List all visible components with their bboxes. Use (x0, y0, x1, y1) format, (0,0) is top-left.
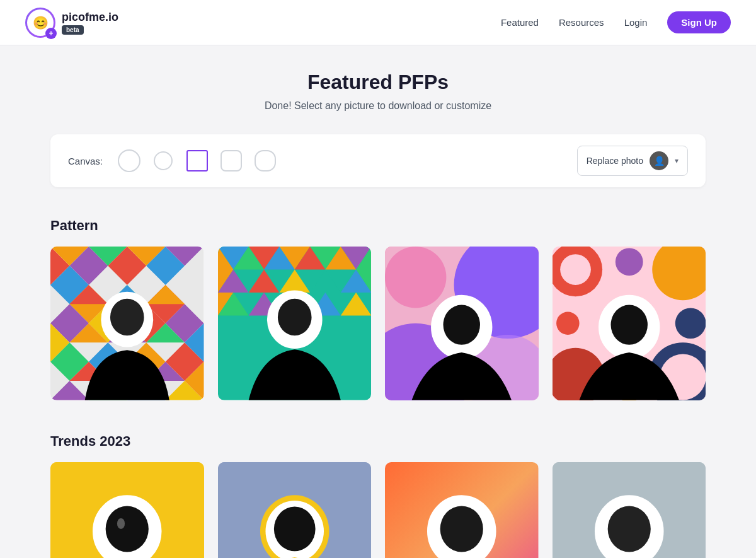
main-nav: Featured Resources Login Sign Up (501, 11, 731, 33)
canvas-bar: Canvas: Replace photo 👤 ▾ (50, 134, 706, 187)
svg-point-68 (385, 247, 446, 308)
page-title: Featured PFPs (50, 71, 706, 94)
pfp-card-p3[interactable] (385, 247, 539, 400)
svg-point-38 (110, 299, 144, 335)
svg-point-76 (615, 248, 643, 276)
svg-point-83 (610, 305, 647, 345)
svg-point-77 (675, 308, 706, 339)
svg-point-86 (106, 506, 149, 552)
trends-section-title: Trends 2023 (50, 433, 706, 450)
pfp-card-t3[interactable] (385, 462, 539, 559)
pfp-card-t1[interactable] (50, 462, 204, 559)
logo-area[interactable]: 😊 + picofme.io beta (25, 8, 118, 38)
pfp-card-t2[interactable] (218, 462, 372, 559)
pfp-card-p1[interactable] (50, 247, 204, 400)
canvas-shapes (117, 148, 566, 173)
logo-plus-badge: + (45, 28, 57, 39)
svg-point-94 (440, 506, 483, 552)
nav-login[interactable]: Login (624, 17, 648, 28)
shape-square-active[interactable] (185, 148, 210, 173)
nav-resources[interactable]: Resources (559, 17, 604, 28)
beta-badge: beta (62, 25, 84, 35)
pfp-card-t4[interactable] (553, 462, 706, 559)
pattern-grid (50, 247, 706, 400)
svg-point-91 (273, 506, 315, 551)
svg-point-78 (556, 311, 580, 335)
signup-button[interactable]: Sign Up (667, 11, 731, 33)
svg-point-81 (560, 254, 591, 285)
pfp-card-p2[interactable] (218, 247, 372, 400)
svg-point-63 (277, 299, 311, 335)
logo-name: picofme.io (62, 11, 118, 24)
nav-featured[interactable]: Featured (501, 17, 539, 28)
svg-point-87 (117, 518, 125, 528)
page-subtitle: Done! Select any picture to download or … (50, 100, 706, 112)
pattern-section-title: Pattern (50, 218, 706, 234)
pfp-card-p4[interactable] (553, 247, 706, 400)
trends-grid (50, 462, 706, 559)
shape-square-rounded[interactable] (219, 148, 244, 173)
replace-photo-label: Replace photo (587, 156, 643, 166)
shape-circle-large[interactable] (117, 148, 142, 173)
svg-point-97 (607, 506, 650, 552)
chevron-down-icon: ▾ (675, 156, 679, 165)
shape-square-rounder[interactable] (253, 148, 278, 173)
replace-photo-button[interactable]: Replace photo 👤 ▾ (577, 146, 688, 176)
logo-avatar: 😊 + (25, 8, 55, 38)
replace-photo-avatar: 👤 (650, 151, 668, 170)
canvas-label: Canvas: (68, 156, 103, 166)
shape-circle-small[interactable] (151, 148, 176, 173)
svg-point-70 (444, 305, 480, 345)
